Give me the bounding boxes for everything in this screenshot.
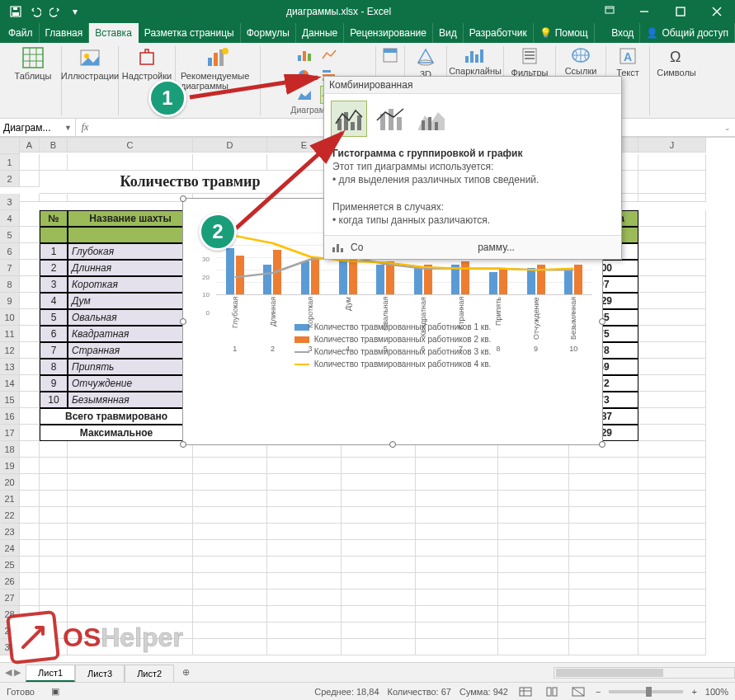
- tab-file[interactable]: Файл: [0, 23, 40, 43]
- new-sheet-button[interactable]: ⊕: [174, 663, 197, 682]
- tab-home[interactable]: Главная: [40, 23, 90, 43]
- chart-handle[interactable]: [599, 318, 605, 325]
- status-ready: Готово: [7, 687, 35, 697]
- sheet-tab-3[interactable]: Лист2: [125, 665, 174, 682]
- filters-button[interactable]: Фильтры: [509, 46, 550, 78]
- view-page-layout-icon[interactable]: [543, 685, 561, 698]
- zoom-in-icon[interactable]: +: [691, 687, 696, 697]
- combo-option-stacked[interactable]: [372, 101, 408, 137]
- text-button[interactable]: AТекст: [611, 46, 644, 78]
- chart-handle[interactable]: [180, 195, 186, 202]
- ribbon-tabs: Файл Главная Вставка Разметка страницы Ф…: [0, 23, 735, 43]
- pie-chart-icon[interactable]: [295, 66, 313, 84]
- sheet-nav[interactable]: ◀ ▶: [0, 663, 26, 682]
- svg-rect-1: [12, 12, 19, 16]
- tab-page-layout[interactable]: Разметка страницы: [139, 23, 241, 43]
- zoom-level[interactable]: 100%: [705, 687, 728, 697]
- sparklines-button[interactable]: Спарклайны: [452, 46, 498, 76]
- svg-rect-54: [332, 247, 335, 252]
- status-record-macro-icon[interactable]: ▣: [51, 686, 59, 697]
- combo-create-custom[interactable]: Со___________________рамму...: [324, 235, 621, 259]
- combo-option-area[interactable]: [413, 101, 450, 137]
- tab-formulas[interactable]: Формулы: [241, 23, 296, 43]
- combo-desc-line3: Применяется в случаях:: [332, 201, 444, 213]
- chart-handle[interactable]: [599, 441, 605, 448]
- svg-rect-52: [428, 117, 431, 130]
- chart-handle[interactable]: [389, 441, 396, 448]
- save-icon[interactable]: [7, 2, 25, 21]
- svg-text:A: A: [624, 50, 632, 63]
- svg-rect-37: [525, 51, 535, 53]
- svg-rect-56: [341, 248, 343, 252]
- app-title: диаграммы.xlsx - Excel: [84, 6, 593, 17]
- combo-desc-title: Гистограмма с группировкой и график: [332, 148, 522, 159]
- svg-rect-30: [384, 49, 397, 53]
- tab-developer[interactable]: Разработчик: [464, 23, 534, 43]
- chart-handle[interactable]: [180, 318, 186, 325]
- combo-desc-line2: • для выделения различных типов сведений…: [332, 174, 539, 186]
- tables-button[interactable]: Таблицы: [10, 46, 56, 81]
- status-count: Количество: 67: [388, 687, 451, 697]
- line-chart-icon[interactable]: [320, 46, 338, 64]
- view-page-break-icon[interactable]: [569, 685, 587, 698]
- svg-text:Ω: Ω: [670, 49, 681, 65]
- status-average: Среднее: 18,84: [314, 687, 379, 697]
- status-bar: Готово ▣ Среднее: 18,84 Количество: 67 С…: [0, 682, 735, 700]
- svg-point-18: [222, 48, 229, 54]
- addins-button[interactable]: Надстройки: [124, 46, 170, 81]
- tab-insert[interactable]: Вставка: [89, 23, 139, 43]
- tab-review[interactable]: Рецензирование: [344, 23, 433, 43]
- status-sum: Сумма: 942: [459, 687, 508, 697]
- combo-option-clustered[interactable]: [331, 101, 367, 137]
- pivot-chart-icon[interactable]: [381, 46, 399, 64]
- redo-icon[interactable]: [46, 2, 64, 21]
- recommended-charts-button[interactable]: Рекомендуемые диаграммы: [181, 46, 255, 91]
- chart-category-nums: 12345678910: [216, 345, 592, 353]
- sheet-tab-1[interactable]: Лист1: [26, 665, 75, 682]
- ribbon-options-icon[interactable]: [593, 0, 626, 20]
- svg-rect-63: [553, 688, 557, 696]
- zoom-slider[interactable]: [609, 690, 683, 693]
- svg-rect-47: [357, 115, 361, 130]
- tab-view[interactable]: Вид: [433, 23, 464, 43]
- illustrations-button[interactable]: Иллюстрации: [67, 46, 113, 81]
- minimize-icon[interactable]: [626, 0, 662, 23]
- sheet-tab-2[interactable]: Лист3: [75, 665, 125, 682]
- combo-popup-title: Комбинированная: [324, 77, 621, 94]
- combo-desc-line4: • когда типы данных различаются.: [332, 214, 490, 226]
- 3d-map-button[interactable]: 3D: [410, 46, 441, 79]
- watermark-icon: [6, 610, 60, 665]
- svg-rect-50: [397, 117, 402, 130]
- expand-formula-bar-icon[interactable]: ⌄: [720, 119, 735, 136]
- qat-more-icon[interactable]: ▾: [66, 2, 84, 21]
- callout-2: 2: [199, 213, 237, 251]
- title-bar: ▾ диаграммы.xlsx - Excel: [0, 0, 735, 23]
- name-box[interactable]: Диаграм...▼: [0, 119, 76, 136]
- svg-rect-55: [337, 244, 339, 252]
- svg-line-65: [572, 688, 584, 696]
- zoom-out-icon[interactable]: −: [596, 687, 601, 697]
- svg-rect-35: [480, 49, 483, 63]
- close-icon[interactable]: [699, 0, 735, 23]
- undo-icon[interactable]: [26, 2, 45, 21]
- horizontal-scrollbar[interactable]: [197, 663, 735, 682]
- svg-rect-45: [344, 112, 348, 130]
- combo-chart-popup: Комбинированная Гистограмма с группировк…: [323, 76, 622, 260]
- chart-handle[interactable]: [180, 441, 186, 448]
- area-chart-icon[interactable]: [295, 86, 313, 104]
- tab-share[interactable]: 👤Общий доступ: [640, 23, 735, 43]
- tab-signin[interactable]: Вход: [603, 23, 640, 43]
- svg-rect-16: [214, 53, 218, 66]
- tab-data[interactable]: Данные: [296, 23, 344, 43]
- watermark: OSHelper: [8, 613, 183, 662]
- links-button[interactable]: Ссылки: [561, 46, 601, 76]
- view-normal-icon[interactable]: [516, 685, 535, 698]
- symbols-button[interactable]: ΩСимволы: [655, 46, 698, 78]
- fx-icon[interactable]: fx: [76, 119, 94, 136]
- maximize-icon[interactable]: [662, 0, 699, 23]
- svg-rect-49: [389, 109, 393, 130]
- tab-tell-me[interactable]: 💡Помощ: [534, 23, 595, 43]
- combo-desc-line1: Этот тип диаграммы используется:: [332, 161, 493, 172]
- svg-rect-2: [13, 7, 17, 10]
- column-chart-icon[interactable]: [295, 46, 313, 64]
